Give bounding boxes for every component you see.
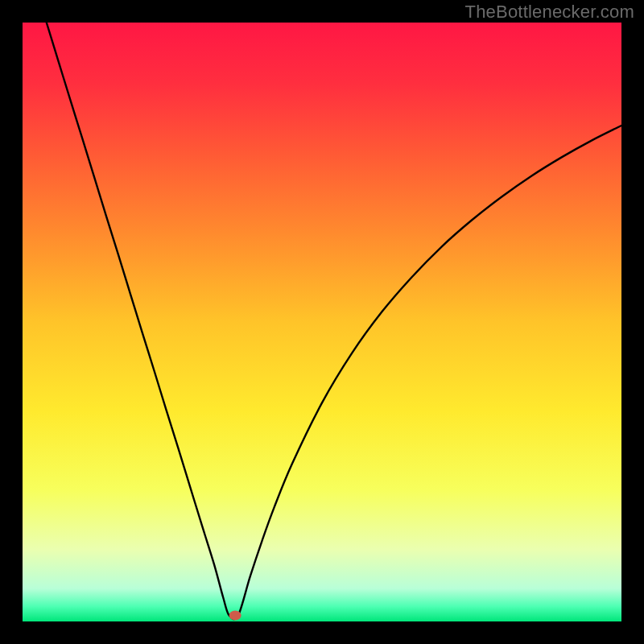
watermark-text: TheBottlenecker.com	[465, 2, 634, 23]
gradient-background	[23, 23, 621, 621]
plot-area	[23, 23, 621, 621]
optimal-point-marker	[229, 611, 242, 621]
plot-svg	[23, 23, 621, 621]
chart-container: TheBottlenecker.com	[0, 0, 644, 644]
